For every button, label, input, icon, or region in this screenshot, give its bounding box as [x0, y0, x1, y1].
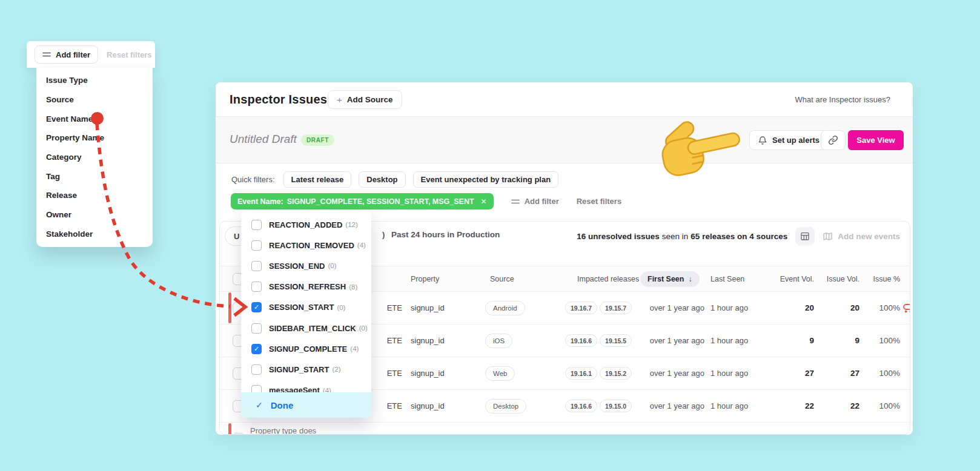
event-option-label: SIGNUP_START: [269, 365, 329, 374]
event-option-count: (4): [350, 345, 359, 352]
issue-pct-value: 100%: [862, 324, 900, 357]
menu-item-source[interactable]: Source: [36, 90, 153, 110]
quick-filter-event-unexpected[interactable]: Event unexpected by tracking plan: [413, 171, 559, 188]
event-option[interactable]: REACTION_REMOVED(4): [241, 235, 371, 255]
issue-vol-value: 9: [819, 324, 859, 357]
add-filter-button[interactable]: Add filter: [35, 45, 98, 64]
source-pill: Web: [485, 366, 515, 381]
source-cell: Web: [485, 357, 515, 389]
summary-mid: seen in: [662, 232, 689, 241]
reset-filters-button[interactable]: Reset filters: [577, 197, 621, 206]
event-option-label: SESSION_END: [269, 262, 325, 271]
release-chip: 19.16.1: [565, 367, 597, 380]
issue-severity-bar: [228, 423, 231, 435]
event-name-filter-chip[interactable]: Event Name: SIGNUP_COMPLETE, SESSION_STA…: [231, 193, 494, 209]
column-property[interactable]: Property: [411, 266, 439, 291]
menu-item-tag[interactable]: Tag: [36, 166, 153, 186]
filter-icon: [511, 198, 520, 205]
property-value: signup_id: [411, 357, 445, 389]
filter-type-menu: Issue Type Source Event Name Property Na…: [36, 68, 153, 247]
issue-pct-value: 100%: [862, 292, 900, 324]
table-controls-right: 16 unresolved issues seen in 65 releases…: [577, 222, 900, 251]
row-checkbox[interactable]: [233, 433, 245, 435]
copy-link-button[interactable]: [821, 130, 846, 150]
add-source-button[interactable]: + Add Source: [328, 90, 402, 109]
event-option[interactable]: SESSION_END(0): [241, 255, 371, 276]
add-filter-label: Add filter: [525, 197, 559, 206]
checkbox-checked[interactable]: ✓: [251, 344, 262, 354]
event-option-signup-complete[interactable]: ✓SIGNUP_COMPLETE(4): [241, 338, 371, 359]
source-pill: Desktop: [485, 399, 526, 413]
issue-severity-bar: [228, 292, 231, 323]
event-option-count: (0): [359, 324, 368, 332]
column-issue-pct[interactable]: Issue %: [862, 266, 900, 291]
column-first-seen-sorted[interactable]: First Seen ↓: [640, 271, 700, 287]
event-option[interactable]: SESSION_REFRESH(8): [241, 277, 371, 297]
event-vol-value: 20: [765, 292, 814, 324]
issue-pct-value: 100%: [862, 390, 900, 422]
release-chip: 19.16.6: [565, 334, 597, 347]
add-new-events-label: Add new events: [838, 232, 900, 241]
release-chip: 19.15.0: [600, 400, 632, 412]
issue-vol-value: 22: [819, 390, 859, 422]
issue-vol-value: 20: [819, 292, 859, 324]
menu-item-owner[interactable]: Owner: [36, 205, 153, 225]
quick-filters-row: Quick filters: Latest release Desktop Ev…: [231, 171, 558, 188]
checkbox-checked[interactable]: ✓: [251, 302, 262, 312]
menu-item-release[interactable]: Release: [36, 186, 153, 205]
event-option-count: (12): [345, 221, 357, 228]
add-filter-button[interactable]: Add filter: [511, 197, 559, 206]
checkbox[interactable]: [251, 282, 262, 292]
checkbox[interactable]: [251, 220, 262, 230]
event-option[interactable]: SIGNUP_START(2): [241, 359, 371, 380]
done-button[interactable]: ✓ Done: [241, 392, 371, 418]
columns-button[interactable]: [795, 227, 815, 245]
impacted-releases-cell: 19.16.6 19.15.0: [565, 390, 634, 422]
table-row-partial[interactable]: Property type does: [220, 423, 910, 435]
menu-item-stakeholder[interactable]: Stakeholder: [36, 225, 153, 244]
done-label: Done: [271, 400, 294, 410]
filter-chip-prefix: Event Name:: [237, 197, 283, 206]
add-new-events-button[interactable]: Add new events: [823, 231, 900, 242]
page: Inspector Issues + Add Source What are I…: [0, 0, 980, 471]
source-cell: Android: [485, 292, 525, 324]
remove-filter-icon[interactable]: ✕: [481, 197, 487, 206]
quick-filter-desktop[interactable]: Desktop: [359, 171, 405, 188]
red-dot-marker: [91, 112, 104, 125]
issue-pct-value: 100%: [862, 357, 900, 389]
menu-item-issue-type[interactable]: Issue Type: [36, 71, 153, 90]
set-up-alerts-button[interactable]: Set up alerts: [749, 130, 828, 150]
menu-item-property-name[interactable]: Property Name: [36, 128, 153, 148]
panel-header: Inspector Issues + Add Source What are I…: [216, 82, 913, 117]
last-seen-value: 1 hour ago: [710, 324, 748, 357]
source-cell: Desktop: [485, 390, 526, 422]
page-title: Inspector Issues: [230, 93, 327, 107]
event-option[interactable]: REACTION_ADDED(12): [241, 214, 371, 235]
column-source[interactable]: Source: [490, 266, 514, 291]
event-option-count: (4): [357, 242, 366, 249]
checkbox[interactable]: [251, 261, 262, 271]
menu-item-category[interactable]: Category: [36, 148, 153, 167]
save-view-button[interactable]: Save View: [848, 130, 904, 150]
checkbox[interactable]: [251, 240, 262, 251]
quick-filter-latest-release[interactable]: Latest release: [283, 171, 352, 188]
first-seen-value: over 1 year ago: [638, 390, 704, 422]
what-are-inspector-issues-link[interactable]: What are Inspector issues?: [795, 95, 890, 104]
property-value: signup_id: [411, 292, 445, 324]
event-option-label: SESSION_REFRESH: [269, 282, 346, 291]
quick-filters-label: Quick filters:: [231, 175, 275, 184]
last-seen-value: 1 hour ago: [710, 357, 748, 389]
column-issue-vol[interactable]: Issue Vol.: [819, 266, 859, 291]
add-filter-toolbar: Add filter Reset filters: [27, 41, 155, 68]
event-option-label: SIDEBAR_ITEM_CLICK: [269, 324, 356, 333]
checkbox[interactable]: [251, 323, 262, 334]
event-option-session-start[interactable]: ✓SESSION_START(0): [241, 297, 371, 318]
column-impacted-releases[interactable]: Impacted releases: [577, 266, 639, 291]
checkbox[interactable]: [251, 364, 262, 375]
column-event-vol[interactable]: Event Vol.: [765, 266, 814, 291]
last-seen-value: 1 hour ago: [710, 390, 748, 422]
event-vol-value: 22: [765, 390, 814, 422]
column-last-seen[interactable]: Last Seen: [710, 266, 744, 291]
hidden-text-fragment: ): [382, 230, 385, 239]
event-option[interactable]: SIDEBAR_ITEM_CLICK(0): [241, 318, 371, 338]
